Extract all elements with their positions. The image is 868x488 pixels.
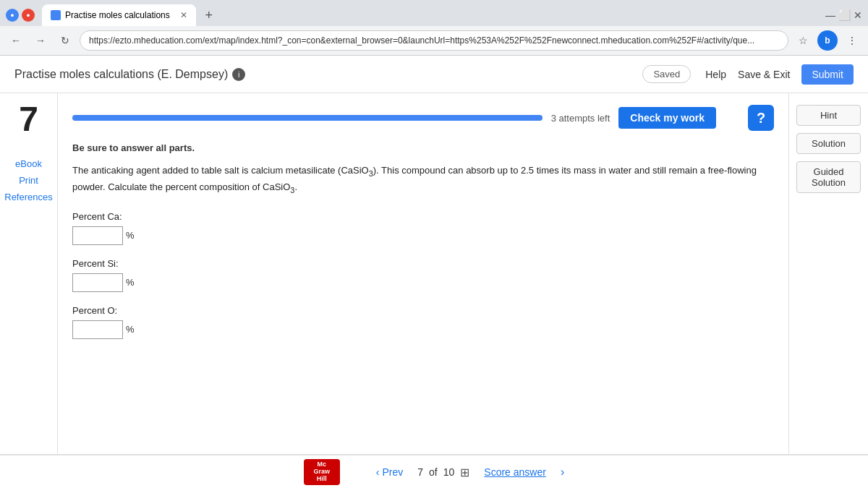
percent-o-sign: % xyxy=(126,324,135,335)
percent-si-label: Percent Si: xyxy=(72,258,774,269)
percent-o-group: Percent O: % xyxy=(72,305,774,339)
of-label: of xyxy=(429,466,438,478)
percent-ca-label: Percent Ca: xyxy=(72,211,774,222)
percent-si-group: Percent Si: % xyxy=(72,258,774,292)
logo-text-hill: Hill xyxy=(317,476,327,483)
prev-button[interactable]: Prev xyxy=(376,466,403,478)
submit-button[interactable]: Submit xyxy=(801,64,854,85)
question-text: The anticaking agent added to table salt… xyxy=(72,163,774,197)
new-tab-button[interactable]: + xyxy=(200,7,218,24)
content-area: 3 attempts left Check my work ? Be sure … xyxy=(58,93,788,454)
grid-icon[interactable]: ⊞ xyxy=(460,466,469,479)
total-pages: 10 xyxy=(443,466,455,478)
app-title-text: Practise moles calculations (E. Dempsey) xyxy=(14,68,228,81)
save-exit-link[interactable]: Save & Exit xyxy=(738,69,790,80)
next-chevron[interactable]: › xyxy=(561,466,564,479)
instruction-text: Be sure to answer all parts. xyxy=(72,142,774,153)
percent-ca-sign: % xyxy=(126,230,135,241)
solution-button[interactable]: Solution xyxy=(796,133,861,154)
ebook-link[interactable]: eBook xyxy=(15,158,42,169)
url-bar[interactable] xyxy=(80,30,788,51)
minimize-button[interactable]: — xyxy=(825,9,835,21)
tab-close-button[interactable]: ✕ xyxy=(180,10,187,20)
percent-si-input[interactable] xyxy=(72,273,123,292)
score-answer-button[interactable]: Score answer xyxy=(484,466,546,478)
percent-si-sign: % xyxy=(126,277,135,288)
percent-ca-input[interactable] xyxy=(72,226,123,245)
maximize-button[interactable]: ⬜ xyxy=(838,9,851,21)
close-button[interactable]: ✕ xyxy=(854,9,862,21)
back-button[interactable]: ← xyxy=(6,30,26,51)
tab-favicon xyxy=(51,10,61,20)
hint-button[interactable]: Hint xyxy=(796,105,861,126)
tab-icon-1: ● xyxy=(6,9,19,22)
menu-button[interactable]: ⋮ xyxy=(842,30,862,51)
forward-button[interactable]: → xyxy=(30,30,51,51)
tab-title: Practise moles calculations xyxy=(65,10,170,20)
mcgraw-hill-logo: Mc Graw Hill xyxy=(304,459,340,485)
percent-o-input[interactable] xyxy=(72,320,123,339)
references-link[interactable]: References xyxy=(4,192,52,202)
attempts-text: 3 attempts left xyxy=(551,113,610,124)
current-page: 7 xyxy=(417,466,423,478)
refresh-button[interactable]: ↻ xyxy=(55,30,75,51)
question-mark-icon: ? xyxy=(757,110,765,127)
active-tab[interactable]: Practise moles calculations ✕ xyxy=(42,4,196,26)
tab-icon-2: ● xyxy=(22,9,35,22)
print-link[interactable]: Print xyxy=(19,175,38,186)
check-my-work-button[interactable]: Check my work xyxy=(618,107,716,129)
info-icon[interactable]: i xyxy=(232,68,245,81)
profile-button[interactable]: b xyxy=(817,30,838,51)
attempts-fill xyxy=(72,115,542,121)
help-question-button[interactable]: ? xyxy=(748,105,774,131)
bookmark-button[interactable]: ☆ xyxy=(793,30,813,51)
percent-ca-group: Percent Ca: % xyxy=(72,211,774,245)
guided-solution-button[interactable]: Guided Solution xyxy=(796,161,861,193)
question-number: 7 xyxy=(19,102,38,137)
attempts-progress-bar xyxy=(72,115,542,121)
right-panel: Hint Solution Guided Solution xyxy=(788,93,868,454)
percent-o-label: Percent O: xyxy=(72,305,774,316)
help-link[interactable]: Help xyxy=(705,69,726,80)
saved-badge: Saved xyxy=(642,65,691,83)
